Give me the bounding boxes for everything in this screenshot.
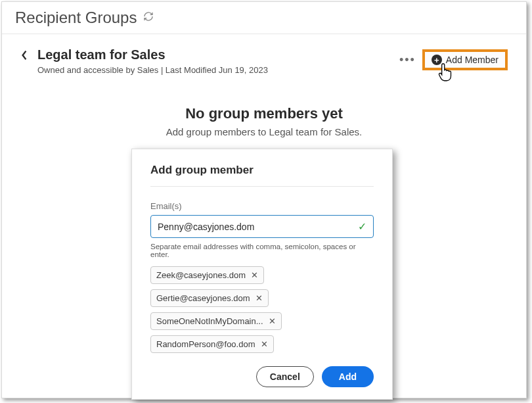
group-subtitle: Owned and accessible by Sales | Last Mod… (37, 65, 399, 75)
cursor-hand-icon (438, 62, 455, 84)
remove-chip-icon[interactable]: ✕ (251, 270, 258, 280)
remove-chip-icon[interactable]: ✕ (255, 293, 263, 303)
email-chip[interactable]: Zeek@caseyjones.dom ✕ (150, 266, 264, 284)
back-chevron-icon[interactable] (20, 47, 28, 64)
add-member-modal: Add group member Email(s) ✓ Separate ema… (131, 149, 393, 400)
plus-circle-icon: + (432, 55, 442, 65)
chip-text: RandomPerson@foo.dom (156, 339, 255, 349)
modal-actions: Cancel Add (150, 366, 374, 387)
check-icon: ✓ (358, 220, 366, 233)
empty-state-subtitle: Add group members to Legal team for Sale… (2, 126, 526, 137)
empty-state: No group members yet Add group members t… (2, 105, 526, 137)
add-button[interactable]: Add (322, 366, 374, 387)
remove-chip-icon[interactable]: ✕ (269, 316, 276, 326)
group-header: Legal team for Sales Owned and accessibl… (2, 34, 526, 82)
email-input[interactable] (158, 222, 358, 232)
more-options-icon[interactable]: ••• (399, 53, 416, 67)
email-chip[interactable]: Gertie@caseyjones.dom ✕ (150, 289, 269, 307)
remove-chip-icon[interactable]: ✕ (261, 339, 268, 349)
email-help-text: Separate email addresses with comma, sem… (150, 243, 374, 258)
email-field-label: Email(s) (150, 201, 374, 211)
email-chip[interactable]: SomeOneNotInMyDomain... ✕ (150, 312, 282, 330)
page-title: Recipient Groups (15, 9, 137, 27)
refresh-icon[interactable] (143, 11, 154, 24)
chip-text: Gertie@caseyjones.dom (156, 293, 250, 303)
add-member-button[interactable]: + Add Member (422, 49, 508, 70)
cancel-button[interactable]: Cancel (256, 366, 314, 387)
modal-title: Add group member (150, 164, 374, 187)
email-input-container[interactable]: ✓ (150, 215, 374, 238)
chip-text: SomeOneNotInMyDomain... (156, 316, 263, 326)
empty-state-title: No group members yet (2, 105, 526, 122)
email-chips-list: Zeek@caseyjones.dom ✕ Gertie@caseyjones.… (150, 266, 374, 353)
page-header: Recipient Groups (2, 2, 526, 34)
group-name: Legal team for Sales (37, 47, 399, 62)
email-chip[interactable]: RandomPerson@foo.dom ✕ (150, 335, 274, 353)
add-member-label: Add Member (446, 55, 499, 65)
chip-text: Zeek@caseyjones.dom (156, 270, 246, 280)
